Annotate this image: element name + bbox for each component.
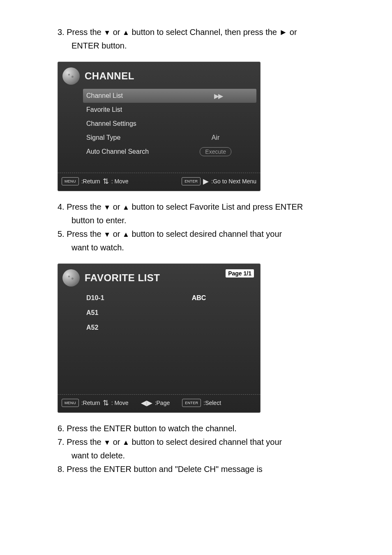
step4-mid: or <box>111 202 122 211</box>
up-triangle-glyph: ▲ <box>122 204 129 211</box>
up-triangle-glyph: ▲ <box>122 439 129 446</box>
globe-icon <box>62 269 80 287</box>
menu-key-icon: MENU <box>62 399 79 407</box>
favorite-osd: Page 1/1 FAVORITE LIST D10-1 ABC A51 A52… <box>58 264 261 413</box>
step-5-line1: 5. Press the ▼ or ▲ button to select des… <box>41 228 351 240</box>
down-triangle-glyph: ▼ <box>104 204 111 211</box>
step3-suffix: button to select Channel, then press the… <box>129 28 297 37</box>
menu-item-channel-settings[interactable]: Channel Settings <box>86 117 253 131</box>
step7-prefix: 7. Press the <box>58 437 104 446</box>
menu-value: Air <box>178 134 253 141</box>
favorite-row[interactable]: D10-1 ABC <box>86 291 253 305</box>
step5-prefix: 5. Press the <box>58 229 104 238</box>
menu-key-icon: MENU <box>62 177 79 185</box>
down-triangle-glyph: ▼ <box>104 29 111 37</box>
fav-name: ABC <box>170 294 228 302</box>
legend-return: :Return <box>81 400 100 406</box>
fav-channel: A52 <box>86 324 170 331</box>
step5-suffix: button to select desired channel that yo… <box>129 229 282 238</box>
right-glyph-icon: ▶ <box>203 178 209 185</box>
menu-label: Signal Type <box>86 134 178 141</box>
arrows-indicator-icon: ▶▶ <box>180 92 256 100</box>
menu-label: Auto Channel Search <box>86 148 178 155</box>
legend-next: :Go to Next Menu <box>211 178 256 185</box>
menu-item-favorite-list[interactable]: Favorite List <box>86 103 253 117</box>
step7-suffix: button to select desired channel that yo… <box>129 437 282 446</box>
channel-osd-title: CHANNEL <box>85 70 134 82</box>
page-badge: Page 1/1 <box>226 269 254 278</box>
menu-item-auto-channel-search[interactable]: Auto Channel Search Execute <box>86 145 253 159</box>
channel-osd: CHANNEL Channel List ▶▶ Favorite List Ch… <box>58 62 261 191</box>
up-triangle-glyph: ▲ <box>122 231 129 238</box>
fav-channel: A51 <box>86 309 170 317</box>
legend-page: :Page <box>155 400 170 406</box>
execute-button[interactable]: Execute <box>200 147 231 156</box>
step-3-line2: ENTER button. <box>41 40 351 52</box>
step-8-line1: 8. Press the ENTER button and "Delete CH… <box>41 463 351 475</box>
favorite-row[interactable]: A52 <box>86 320 253 335</box>
step3-mid: or <box>111 28 122 37</box>
step-4-line1: 4. Press the ▼ or ▲ button to select Fav… <box>41 201 351 213</box>
channel-osd-legend: MENU :Return ⇅ : Move ENTER ▶ :Go to Nex… <box>58 173 261 191</box>
legend-select: :Select <box>203 400 221 406</box>
legend-move: : Move <box>111 400 129 406</box>
step4-suffix: button to select Favorite List and press… <box>129 202 303 211</box>
step5-mid: or <box>111 229 122 238</box>
step3-prefix: 3. Press the <box>58 28 104 37</box>
step4-prefix: 4. Press the <box>58 202 104 211</box>
step-6-line1: 6. Press the ENTER button to watch the c… <box>41 423 351 435</box>
enter-key-icon: ENTER <box>182 177 201 185</box>
step-3-line1: 3. Press the ▼ or ▲ button to select Cha… <box>41 26 351 38</box>
step-7-line1: 7. Press the ▼ or ▲ button to select des… <box>41 436 351 448</box>
down-triangle-glyph: ▼ <box>104 231 111 238</box>
menu-value: Execute <box>178 147 253 156</box>
updown-icon: ⇅ <box>103 399 109 407</box>
fav-channel: D10-1 <box>86 294 170 302</box>
favorite-row[interactable]: A51 <box>86 305 253 320</box>
menu-item-signal-type[interactable]: Signal Type Air <box>86 131 253 145</box>
legend-move: : Move <box>111 178 129 185</box>
globe-icon <box>62 67 80 85</box>
step-5-line2: want to watch. <box>41 242 351 254</box>
step7-mid: or <box>111 437 122 446</box>
menu-item-channel-list[interactable]: Channel List ▶▶ <box>83 89 256 103</box>
menu-label: Channel List <box>86 92 180 99</box>
channel-osd-header: CHANNEL <box>58 62 261 89</box>
menu-label: Channel Settings <box>86 120 178 127</box>
favorite-osd-legend: MENU :Return ⇅ : Move ◀▶ :Page ENTER :Se… <box>58 394 261 413</box>
up-triangle-glyph: ▲ <box>122 29 129 37</box>
updown-icon: ⇅ <box>103 178 109 185</box>
legend-return: :Return <box>81 178 100 185</box>
step-4-line2: button to enter. <box>41 215 351 227</box>
favorite-osd-title: FAVORITE LIST <box>85 272 160 284</box>
enter-key-icon: ENTER <box>182 399 201 407</box>
leftright-icon: ◀▶ <box>141 399 152 407</box>
menu-label: Favorite List <box>86 106 178 113</box>
step-7-line2: want to delete. <box>41 450 351 462</box>
down-triangle-glyph: ▼ <box>104 439 111 446</box>
